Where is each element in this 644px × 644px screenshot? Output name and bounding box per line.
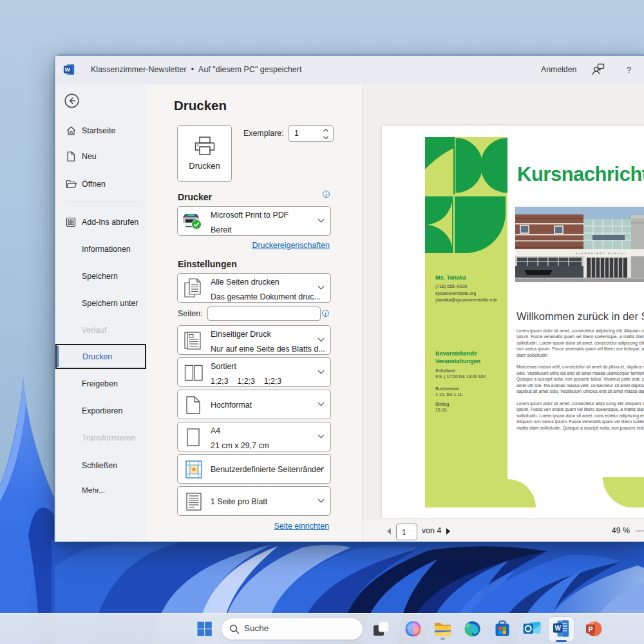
svg-text:ELEMENTARY SCHOOL: ELEMENTARY SCHOOL — [576, 252, 627, 255]
svg-text:W: W — [65, 66, 71, 73]
svg-text:P: P — [588, 625, 592, 633]
svg-text:W: W — [554, 625, 561, 632]
